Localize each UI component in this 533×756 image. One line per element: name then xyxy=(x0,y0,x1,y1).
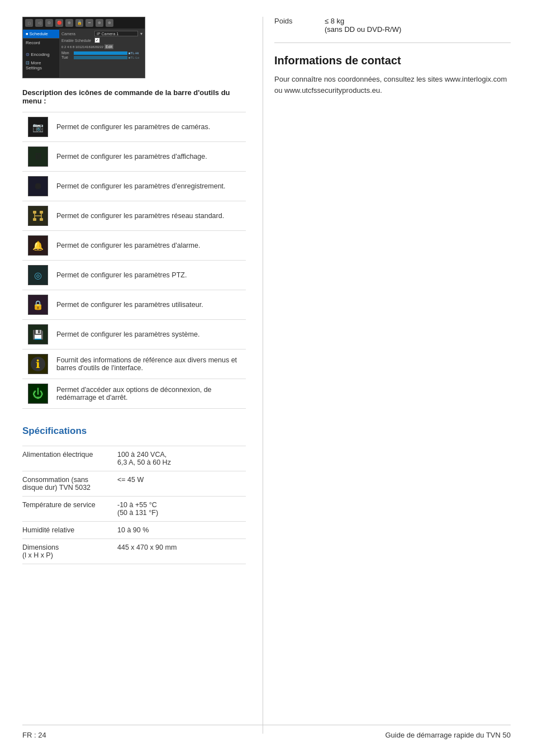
table-row: ⏺ Permet de configurer les paramètres d'… xyxy=(22,172,246,201)
ptz-icon: ◎ xyxy=(28,265,48,285)
camera-desc: Permet de configurer les paramètres de c… xyxy=(53,112,246,142)
user-desc: Permet de configurer les paramètres util… xyxy=(53,290,246,320)
icon-camera-cell: 📷 xyxy=(22,112,53,142)
svg-rect-0 xyxy=(33,211,36,214)
display-icon: 🖥 xyxy=(28,147,48,167)
footer-page-number: FR : 24 xyxy=(22,731,46,739)
icon-ptz-cell: ◎ xyxy=(22,261,53,290)
icon-power-cell: ⏻ xyxy=(22,379,53,409)
table-row: Permet de configurer les paramètres rése… xyxy=(22,201,246,231)
icon-alarm-cell: 🔔 xyxy=(22,231,53,261)
dvr-icon-6: 🔒 xyxy=(75,19,83,27)
alarm-icon: 🔔 xyxy=(28,235,48,256)
footer-guide-title: Guide de démarrage rapide du TVN 50 xyxy=(385,731,511,739)
table-row: 🔔 Permet de configurer les paramètres d'… xyxy=(22,231,246,261)
power-desc: Permet d'accéder aux options de déconnex… xyxy=(53,379,246,409)
specs-row-consumption: Consommation (sansdisque dur) TVN 5032 <… xyxy=(22,471,246,497)
specs-row-power: Alimentation électrique 100 à 240 VCA,6,… xyxy=(22,446,246,471)
informations-title: Informations de contact xyxy=(274,54,511,67)
specs-label-humidity: Humidité relative xyxy=(22,522,117,539)
dvr-icon-9: ⊕ xyxy=(106,19,113,27)
power-icon: ⏻ xyxy=(28,384,48,404)
table-row: ◎ Permet de configurer les paramètres PT… xyxy=(22,261,246,290)
dvr-screenshot: □ ◁ ⊙ 🔴 ⊕ 🔒 ━ ⊕ ⊕ ■ Schedule Record xyxy=(22,17,145,78)
page-footer: FR : 24 Guide de démarrage rapide du TVN… xyxy=(22,725,511,739)
svg-rect-1 xyxy=(40,211,43,214)
poids-value: ≤ 8 kg xyxy=(325,17,401,25)
poids-note: (sans DD ou DVD-R/W) xyxy=(325,25,401,34)
informations-section: Informations de contact Pour connaître n… xyxy=(274,54,511,96)
icon-display-cell: 🖥 xyxy=(22,142,53,172)
dvr-icon-2: ◁ xyxy=(35,19,43,27)
info-desc: Fournit des informations de référence au… xyxy=(53,349,246,379)
dvr-more-settings[interactable]: ⊡ More Settings xyxy=(23,59,59,72)
icon-network-cell xyxy=(22,201,53,231)
specs-label-temp: Température de service xyxy=(22,497,117,522)
camera-icon: 📷 xyxy=(28,117,48,137)
poids-section: Poids ≤ 8 kg (sans DD ou DVD-R/W) xyxy=(274,17,511,43)
dvr-icon-7: ━ xyxy=(85,19,93,27)
record-desc: Permet de configurer les paramètres d'en… xyxy=(53,172,246,201)
user-icon: 🔒 xyxy=(28,295,48,315)
network-icon xyxy=(28,206,48,226)
display-desc: Permet de configurer les paramètres d'af… xyxy=(53,142,246,172)
dvr-tab-record[interactable]: Record xyxy=(23,39,59,47)
icon-info-cell: ℹ xyxy=(22,349,53,379)
icon-record-cell: ⏺ xyxy=(22,172,53,201)
system-icon: 💾 xyxy=(28,324,48,344)
specs-value-power: 100 à 240 VCA,6,3 A, 50 à 60 Hz xyxy=(117,446,246,471)
dvr-icon-3: ⊙ xyxy=(45,19,53,27)
dvr-sidebar: ■ Schedule Record ⊙ Encoding ⊡ More Sett… xyxy=(23,29,59,78)
table-row: ℹ Fournit des informations de référence … xyxy=(22,349,246,379)
system-desc: Permet de configurer les paramètres syst… xyxy=(53,320,246,349)
specs-row-temp: Température de service -10 à +55 °C(50 à… xyxy=(22,497,246,522)
table-row: 🖥 Permet de configurer les paramètres d'… xyxy=(22,142,246,172)
icon-system-cell: 💾 xyxy=(22,320,53,349)
dvr-icon-4: 🔴 xyxy=(55,19,63,27)
dvr-icon-1: □ xyxy=(25,19,33,27)
info-icon: ℹ xyxy=(28,354,48,374)
specs-row-humidity: Humidité relative 10 à 90 % xyxy=(22,522,246,539)
specs-label-dimensions: Dimensions(l x H x P) xyxy=(22,539,117,564)
specs-value-humidity: 10 à 90 % xyxy=(117,522,246,539)
table-row: 📷 Permet de configurer les paramètres de… xyxy=(22,112,246,142)
ptz-desc: Permet de configurer les paramètres PTZ. xyxy=(53,261,246,290)
alarm-desc: Permet de configurer les paramètres d'al… xyxy=(53,231,246,261)
poids-label: Poids xyxy=(274,17,308,34)
table-row: 🔒 Permet de configurer les paramètres ut… xyxy=(22,290,246,320)
dvr-encoding[interactable]: ⊙ Encoding xyxy=(23,50,59,59)
dvr-main-panel: Camera IP Camera 1 ▾ Enable Schedule ✓ 0… xyxy=(59,29,145,78)
specs-label-consumption: Consommation (sansdisque dur) TVN 5032 xyxy=(22,471,117,497)
specs-label-power: Alimentation électrique xyxy=(22,446,117,471)
specifications-title: Spécifications xyxy=(22,426,246,437)
dvr-tab-schedule[interactable]: ■ Schedule xyxy=(23,30,59,38)
svg-rect-2 xyxy=(33,218,36,221)
informations-text: Pour connaître nos coordonnées, consulte… xyxy=(274,74,511,96)
icon-description-table: 📷 Permet de configurer les paramètres de… xyxy=(22,112,246,409)
description-title: Description des icônes de commande de la… xyxy=(22,88,246,105)
dvr-icon-8: ⊕ xyxy=(96,19,103,27)
record-icon: ⏺ xyxy=(28,176,48,196)
specifications-section: Spécifications Alimentation électrique 1… xyxy=(22,426,246,564)
dvr-icon-5: ⊕ xyxy=(65,19,73,27)
icon-user-cell: 🔒 xyxy=(22,290,53,320)
table-row: 💾 Permet de configurer les paramètres sy… xyxy=(22,320,246,349)
table-row: ⏻ Permet d'accéder aux options de déconn… xyxy=(22,379,246,409)
specs-value-dimensions: 445 x 470 x 90 mm xyxy=(117,539,246,564)
network-desc: Permet de configurer les paramètres rése… xyxy=(53,201,246,231)
specs-value-temp: -10 à +55 °C(50 à 131 °F) xyxy=(117,497,246,522)
specifications-table: Alimentation électrique 100 à 240 VCA,6,… xyxy=(22,446,246,564)
specs-value-consumption: <= 45 W xyxy=(117,471,246,497)
specs-row-dimensions: Dimensions(l x H x P) 445 x 470 x 90 mm xyxy=(22,539,246,564)
svg-rect-3 xyxy=(40,218,43,221)
dvr-enable-schedule-checkbox[interactable]: ✓ xyxy=(94,37,100,43)
